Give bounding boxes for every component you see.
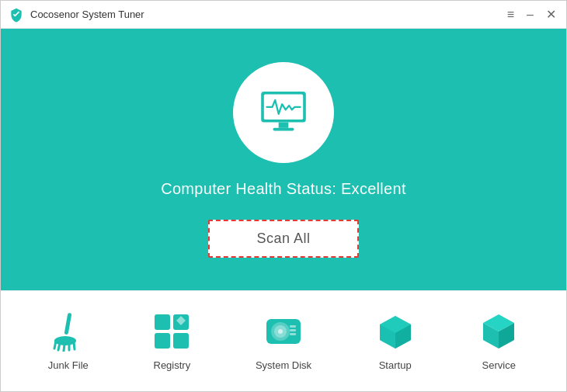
svg-rect-11 — [155, 314, 170, 330]
junk-file-label: Junk File — [48, 359, 89, 371]
service-icon — [478, 311, 519, 352]
svg-rect-13 — [155, 333, 170, 349]
tool-service[interactable]: Service — [467, 304, 530, 379]
title-bar: Cocosenor System Tuner ≡ – ✕ — [1, 1, 566, 29]
health-status-text: Computer Health Status: Excellent — [161, 180, 406, 198]
svg-line-10 — [74, 342, 75, 349]
close-button[interactable]: ✕ — [544, 9, 558, 21]
startup-icon — [375, 311, 416, 352]
disk-icon — [263, 311, 304, 352]
svg-line-7 — [58, 343, 60, 350]
tool-startup[interactable]: Startup — [364, 304, 427, 379]
service-label: Service — [482, 359, 516, 371]
main-content: Computer Health Status: Excellent Scan A… — [1, 29, 566, 290]
system-disk-label: System Disk — [256, 359, 311, 371]
svg-rect-3 — [273, 127, 294, 130]
svg-line-8 — [64, 345, 64, 351]
window-controls: ≡ – ✕ — [505, 9, 558, 21]
svg-rect-20 — [290, 325, 296, 328]
app-title: Cocosenor System Tuner — [30, 9, 144, 20]
bottom-toolbar: Junk File Registry — [1, 290, 566, 391]
svg-line-6 — [54, 341, 56, 349]
tool-registry[interactable]: Registry — [140, 304, 203, 379]
menu-button[interactable]: ≡ — [505, 9, 517, 21]
svg-rect-2 — [279, 122, 289, 127]
registry-icon — [151, 311, 192, 352]
svg-rect-14 — [173, 333, 189, 349]
svg-rect-22 — [290, 333, 296, 335]
minimize-button[interactable]: – — [524, 9, 536, 21]
title-bar-left: Cocosenor System Tuner — [9, 7, 505, 23]
monitor-icon — [256, 85, 311, 140]
tool-junk-file[interactable]: Junk File — [37, 304, 100, 379]
svg-rect-4 — [64, 313, 71, 335]
svg-rect-21 — [290, 329, 296, 331]
broom-icon — [48, 311, 89, 352]
registry-label: Registry — [154, 359, 191, 371]
startup-label: Startup — [379, 359, 412, 371]
scan-all-button[interactable]: Scan All — [208, 220, 358, 258]
svg-point-19 — [278, 329, 283, 334]
health-icon-circle — [233, 62, 334, 163]
tool-system-disk[interactable]: System Disk — [244, 304, 323, 379]
app-window: Cocosenor System Tuner ≡ – ✕ Computer He… — [0, 0, 567, 392]
app-icon — [9, 7, 24, 23]
